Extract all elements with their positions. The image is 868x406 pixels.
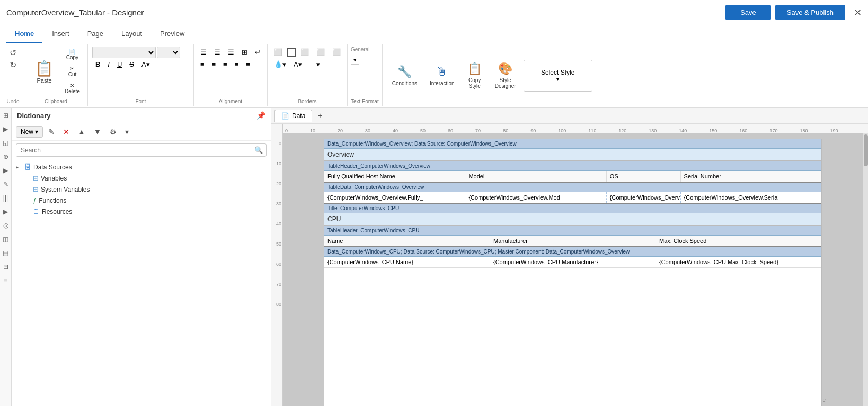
strikethrough-button[interactable]: S bbox=[126, 59, 137, 69]
functions-icon: ƒ bbox=[33, 196, 37, 204]
search-input[interactable] bbox=[16, 145, 251, 156]
indent-list[interactable]: ≡ bbox=[243, 59, 253, 70]
sidebar-icon-5[interactable]: ▶ bbox=[1, 165, 11, 176]
sidebar-icon-11[interactable]: ▤ bbox=[1, 248, 11, 258]
tree-item-system-variables[interactable]: ⊞ System Variables bbox=[20, 184, 271, 195]
align-center[interactable]: ≡ bbox=[209, 59, 219, 70]
tree-item-resources[interactable]: 🗒 Resources bbox=[20, 206, 271, 217]
sidebar-icon-4[interactable]: ⊕ bbox=[1, 151, 11, 162]
border-btn4[interactable]: ⬜ bbox=[313, 47, 328, 58]
dict-edit-button[interactable]: ✎ bbox=[45, 126, 58, 138]
tab-page[interactable]: Page bbox=[79, 26, 112, 43]
tree-item-functions[interactable]: ƒ Functions bbox=[20, 195, 271, 206]
sidebar-icon-3[interactable]: ◱ bbox=[1, 138, 11, 148]
cut-button[interactable]: ✂ Cut bbox=[61, 64, 83, 79]
border-btn1[interactable]: ⬜ bbox=[271, 47, 286, 58]
sidebar-icon-10[interactable]: ◫ bbox=[1, 234, 11, 245]
tab-preview[interactable]: Preview bbox=[152, 26, 193, 43]
cpu-title: CPU bbox=[327, 215, 341, 223]
vertical-scrollbar[interactable] bbox=[863, 133, 868, 406]
band-content-table-data-overview: {ComputerWindows_Overview.Fully_ {Comput… bbox=[324, 192, 821, 204]
copy-button[interactable]: 📄 Copy bbox=[61, 47, 83, 62]
italic-button[interactable]: I bbox=[104, 59, 113, 69]
save-publish-button[interactable]: Save & Publish bbox=[775, 5, 845, 20]
font-size-select[interactable] bbox=[157, 47, 180, 58]
sidebar-icon-12[interactable]: ⊟ bbox=[1, 261, 11, 272]
sidebar-icon-1[interactable]: ⊞ bbox=[1, 110, 11, 121]
sidebar-icon-8[interactable]: ▶ bbox=[1, 206, 11, 217]
resources-icon: 🗒 bbox=[33, 207, 40, 215]
wrap-text[interactable]: ↵ bbox=[252, 47, 264, 58]
th-serial: Serial Number bbox=[681, 171, 821, 182]
clipboard-group: 📋 Paste 📄 Copy ✂ Cut ✕ Delete Clipboard bbox=[24, 44, 88, 106]
font-family-select[interactable] bbox=[92, 47, 156, 58]
search-button[interactable]: 🔍 bbox=[251, 144, 266, 156]
tab-insert[interactable]: Insert bbox=[43, 26, 78, 43]
align-top-right[interactable]: ☰ bbox=[225, 47, 237, 58]
dict-pin-button[interactable]: 📌 bbox=[256, 111, 265, 120]
align-left[interactable]: ≡ bbox=[197, 59, 208, 70]
dict-settings-button[interactable]: ⚙ bbox=[107, 126, 120, 138]
save-button[interactable]: Save bbox=[725, 5, 771, 20]
functions-label: Functions bbox=[39, 197, 66, 204]
dict-up-button[interactable]: ▲ bbox=[75, 126, 88, 138]
expander-data-sources[interactable]: ▸ bbox=[16, 164, 22, 170]
alignment-label: Alignment bbox=[197, 96, 264, 104]
sidebar-icon-13[interactable]: ≡ bbox=[1, 275, 11, 286]
tab-home[interactable]: Home bbox=[6, 26, 42, 43]
borders-label: Borders bbox=[271, 96, 344, 104]
tree-item-data-sources[interactable]: ▸ 🗄 Data Sources bbox=[12, 161, 271, 173]
ribbon: ↺ ↻ Undo 📋 Paste 📄 Copy ✂ Cut ✕ D bbox=[0, 43, 868, 108]
sidebar-icon-7[interactable]: ||| bbox=[1, 193, 11, 203]
new-button[interactable]: New ▾ bbox=[16, 126, 43, 138]
border-btn3[interactable]: ⬜ bbox=[297, 47, 312, 58]
underline-button[interactable]: U bbox=[114, 59, 125, 69]
fill-btn[interactable]: A▾ bbox=[290, 59, 305, 70]
undo-button[interactable]: ↺ bbox=[8, 47, 17, 59]
dict-toolbar: New ▾ ✎ ✕ ▲ ▼ ⚙ ▾ bbox=[12, 123, 271, 141]
border-btn2[interactable] bbox=[287, 48, 296, 57]
canvas-scroll[interactable]: 0 10 20 30 40 50 60 70 80 Data_ComputerW… bbox=[271, 133, 868, 406]
main-tabs: Home Insert Page Layout Preview bbox=[0, 25, 868, 43]
paste-button[interactable]: 📋 Paste bbox=[29, 53, 60, 90]
color-button[interactable]: A▾ bbox=[138, 59, 153, 69]
bold-button[interactable]: B bbox=[92, 59, 103, 69]
delete-icon: ✕ bbox=[70, 83, 74, 88]
style-designer-button[interactable]: 🎨 Style Designer bbox=[490, 57, 521, 94]
title-bar-actions: Save Save & Publish ✕ bbox=[725, 5, 862, 20]
borders-group: ⬜ ⬜ ⬜ ⬜ 💧▾ A▾ —▾ Borders bbox=[268, 44, 348, 106]
title-bar: ComputerOverview_Tabular - Designer Save… bbox=[0, 0, 868, 25]
interaction-button[interactable]: 🖱 Interaction bbox=[424, 57, 460, 94]
add-tab-button[interactable]: + bbox=[313, 110, 326, 122]
tab-layout[interactable]: Layout bbox=[113, 26, 150, 43]
align-top-left[interactable]: ☰ bbox=[197, 47, 210, 58]
line-style-btn[interactable]: —▾ bbox=[306, 59, 323, 70]
sidebar-icon-9[interactable]: ◎ bbox=[1, 220, 11, 231]
sidebar-icon-6[interactable]: ✎ bbox=[1, 179, 11, 190]
redo-button[interactable]: ↻ bbox=[8, 59, 17, 71]
td-model: {ComputerWindows_Overview.Mod bbox=[465, 192, 606, 203]
close-button[interactable]: ✕ bbox=[854, 7, 862, 19]
select-style-button[interactable]: Select Style ▾ bbox=[524, 60, 592, 92]
borders-row2: 💧▾ A▾ —▾ bbox=[271, 59, 344, 70]
dict-down-button[interactable]: ▼ bbox=[91, 126, 104, 138]
tree-item-variables[interactable]: ⊞ Variables bbox=[20, 173, 271, 184]
tree-view: ▸ 🗄 Data Sources ⊞ Variables ⊞ System Va… bbox=[12, 159, 271, 406]
band-content-table-header-overview: Fully Qualified Host Name Model OS Seria… bbox=[324, 171, 821, 183]
shade-btn[interactable]: 💧▾ bbox=[271, 59, 289, 70]
doc-tab-active[interactable]: 📄 Data bbox=[274, 110, 312, 122]
border-btn5[interactable]: ⬜ bbox=[329, 47, 344, 58]
align-justify[interactable]: ≡ bbox=[232, 59, 242, 70]
scrollbar-thumb[interactable] bbox=[864, 134, 868, 166]
textfmt-btn[interactable]: ▾ bbox=[351, 56, 359, 65]
dict-delete-button[interactable]: ✕ bbox=[60, 126, 73, 138]
sidebar-icon-2[interactable]: ▶ bbox=[1, 124, 11, 134]
dict-settings-chevron[interactable]: ▾ bbox=[122, 126, 132, 138]
page-area: Data_ComputerWindows_Overview; Data Sour… bbox=[283, 133, 863, 406]
copy-style-button[interactable]: 📋 Copy Style bbox=[462, 57, 488, 94]
merge-cells[interactable]: ⊞ bbox=[238, 47, 251, 58]
align-right[interactable]: ≡ bbox=[220, 59, 231, 70]
delete-button[interactable]: ✕ Delete bbox=[61, 80, 83, 96]
conditions-button[interactable]: 🔧 Conditions bbox=[387, 57, 422, 94]
align-top-center[interactable]: ☰ bbox=[211, 47, 224, 58]
